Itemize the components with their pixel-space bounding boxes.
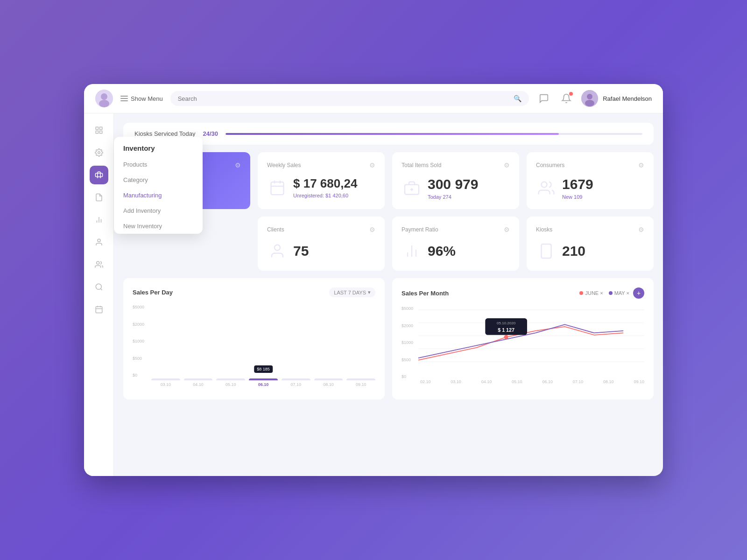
line-x-labels: 02.10 03.10 04.10 05.10 06.10 07.10 08.1… — [420, 379, 644, 384]
line-chart-header: Sales Per Month JUNE × MAY × — [402, 287, 644, 299]
dropdown-item-category[interactable]: Category — [114, 172, 203, 188]
bar-label-08: 08.10 — [323, 382, 334, 387]
stat-body-clients: 75 — [267, 241, 375, 261]
dropdown-item-new[interactable]: New Inventory — [114, 218, 203, 234]
svg-point-16 — [96, 284, 101, 289]
svg-rect-9 — [96, 131, 98, 133]
add-series-button[interactable]: + — [633, 287, 644, 299]
line-chart-controls: JUNE × MAY × + — [579, 287, 644, 299]
sidebar-item-settings[interactable] — [90, 143, 108, 162]
sidebar-item-calendar[interactable] — [90, 300, 108, 319]
svg-point-14 — [98, 239, 100, 242]
svg-point-30 — [275, 245, 280, 251]
bar-label-07: 07.10 — [290, 382, 301, 387]
bar-03: 03.10 — [151, 378, 180, 387]
stat-card-weekly-sales: Weekly Sales ⚙ $ 17 680,24 Unregistered:… — [258, 152, 385, 209]
dropdown-item-manufacturing[interactable]: Manufacturing — [114, 188, 203, 203]
bar-06[interactable]: $8 185 06.10 — [249, 378, 278, 387]
bar-rect-09 — [346, 378, 375, 380]
stat-body-weekly: $ 17 680,24 Unregistered: $1 420,60 — [267, 176, 375, 198]
line-chart-card: Sales Per Month JUNE × MAY × — [392, 278, 654, 399]
sidebar-item-group[interactable] — [90, 255, 108, 274]
stat-card-header-payment: Payment Ratio ⚙ — [402, 226, 510, 233]
dropdown-item-add[interactable]: Add Inventory — [114, 203, 203, 218]
bar-chart-area: $5000 $2000 $1000 $500 $0 03.10 — [133, 305, 375, 389]
sidebar-item-search[interactable] — [90, 278, 108, 296]
svg-rect-34 — [542, 244, 551, 258]
user-avatar — [581, 90, 598, 107]
gear-icon-consumers[interactable]: ⚙ — [638, 161, 644, 169]
legend-june[interactable]: JUNE × — [579, 290, 603, 296]
gear-icon-total[interactable]: ⚙ — [504, 161, 510, 169]
svg-rect-7 — [99, 127, 102, 129]
bar-04: 04.10 — [184, 378, 213, 387]
stat-value-weekly: $ 17 680,24 — [293, 176, 357, 191]
bar-rect-07 — [282, 378, 310, 380]
calendar-icon-weekly — [267, 177, 288, 198]
bar-chart-title: Sales Per Day — [133, 289, 173, 296]
bar-rect-03 — [151, 378, 180, 380]
bars-container: 03.10 04.10 05.10 — [151, 305, 375, 389]
y-label-2000: $2000 — [133, 322, 149, 327]
sidebar-item-reports[interactable] — [90, 188, 108, 207]
svg-point-41 — [504, 335, 508, 339]
charts-row: Sales Per Day LAST 7 DAYS ▾ $5000 $2000 … — [123, 278, 654, 399]
user-profile[interactable]: Rafael Mendelson — [581, 90, 652, 107]
stat-title-payment: Payment Ratio — [402, 226, 438, 233]
line-chart-area: $5000 $2000 $1000 $500 $0 — [402, 306, 644, 390]
svg-rect-8 — [99, 131, 102, 133]
bar-rect-08 — [314, 378, 343, 380]
user-name: Rafael Mendelson — [603, 95, 652, 102]
kiosks-bar: Kiosks Serviced Today 24/30 — [123, 123, 654, 145]
gear-icon-clients[interactable]: ⚙ — [369, 226, 375, 233]
sidebar-item-users[interactable] — [90, 233, 108, 252]
bar-label-05: 05.10 — [226, 382, 236, 387]
chat-button[interactable] — [536, 91, 551, 106]
search-input[interactable] — [178, 95, 510, 102]
y-label-5000: $5000 — [133, 305, 149, 309]
notification-button[interactable] — [559, 91, 574, 106]
legend-may[interactable]: MAY × — [609, 290, 629, 296]
dropdown-title: Inventory — [114, 137, 203, 157]
stat-sub-total: Today 274 — [428, 194, 478, 200]
stat-title-clients: Clients — [267, 226, 284, 233]
stat-value-consumers: 1679 — [562, 176, 593, 192]
bar-label-03: 03.10 — [161, 382, 171, 387]
gear-icon-sales[interactable]: ⚙ — [235, 161, 241, 169]
show-menu-button[interactable]: Show Menu — [120, 95, 163, 102]
stat-title-kiosks: Kiosks — [536, 226, 552, 233]
svg-point-2 — [99, 100, 109, 107]
gear-icon-weekly[interactable]: ⚙ — [369, 161, 375, 169]
sidebar-item-inventory[interactable] — [90, 166, 108, 184]
gear-icon-payment[interactable]: ⚙ — [504, 226, 510, 233]
search-bar: 🔍 — [170, 91, 529, 106]
stats-grid-2: Clients ⚙ 75 Payment Ratio ⚙ — [123, 217, 654, 271]
kiosks-icon — [536, 241, 557, 261]
stat-card-clients: Clients ⚙ 75 — [258, 217, 385, 271]
dropdown-item-products[interactable]: Products — [114, 157, 203, 172]
items-icon — [402, 178, 422, 198]
bar-rect-05 — [216, 378, 245, 380]
bar-tooltip-06: $8 185 — [254, 365, 273, 373]
stat-card-header-total: Total Items Sold ⚙ — [402, 161, 510, 169]
svg-point-4 — [587, 94, 592, 99]
gear-icon-kiosks[interactable]: ⚙ — [638, 226, 644, 233]
svg-point-5 — [585, 100, 594, 106]
stat-body-kiosks: 210 — [536, 241, 644, 261]
stat-value-payment: 96% — [428, 243, 456, 259]
kiosks-progress-fill — [226, 133, 559, 135]
svg-rect-6 — [96, 127, 98, 129]
stat-card-header-kiosks: Kiosks ⚙ — [536, 226, 644, 233]
sidebar-item-home[interactable] — [90, 121, 108, 140]
show-menu-label: Show Menu — [131, 95, 163, 102]
bar-rect-06 — [249, 378, 278, 380]
inventory-dropdown: Inventory Products Category Manufacturin… — [114, 137, 203, 234]
stat-value-total: 300 979 — [428, 176, 478, 192]
bar-rect-04 — [184, 378, 213, 380]
chart-legend: JUNE × MAY × — [579, 290, 629, 296]
sidebar-item-analytics[interactable] — [90, 210, 108, 229]
bar-chart-period[interactable]: LAST 7 DAYS ▾ — [329, 287, 375, 297]
bar-chart-header: Sales Per Day LAST 7 DAYS ▾ — [133, 287, 375, 297]
bar-09: 09.10 — [346, 378, 375, 387]
stat-card-consumers: Consumers ⚙ 1679 New 109 — [527, 152, 654, 209]
